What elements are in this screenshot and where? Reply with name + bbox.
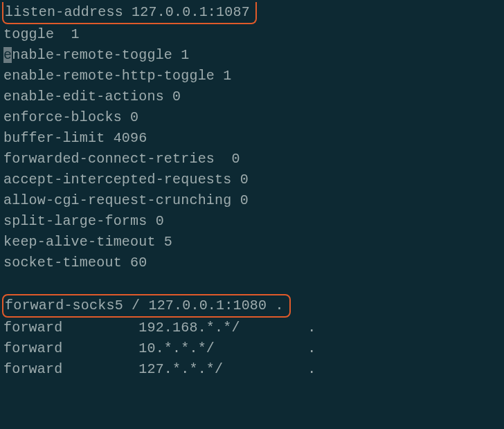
config-line-socket-timeout: socket-timeout 60 [3,253,504,273]
config-line-accept-intercepted-requests: accept-intercepted-requests 0 [3,170,504,190]
cursor-position: e [3,47,12,63]
config-line-enforce-blocks: enforce-blocks 0 [3,107,504,128]
config-line-buffer-limit: buffer-limit 4096 [3,128,504,149]
config-line-toggle: toggle 1 [3,24,504,45]
blank-line [3,273,504,294]
config-line-enable-remote-http-toggle: enable-remote-http-toggle 1 [3,66,504,86]
config-line-allow-cgi-request-crunching: allow-cgi-request-crunching 0 [3,190,504,211]
config-line-forwarded-connect-retries: forwarded-connect-retries 0 [3,149,504,170]
listen-address-highlight: listen-address 127.0.0.1:1087 [2,2,257,24]
forward-socks5-highlight: forward-socks5 / 127.0.0.1:1080 . [2,294,291,318]
config-line-forward-2: forward 10.*.*.*/ . [3,338,504,359]
config-line-enable-remote-toggle: enable-remote-toggle 1 [3,45,504,66]
config-line-keep-alive-timeout: keep-alive-timeout 5 [3,232,504,253]
enable-remote-toggle-rest: nable-remote-toggle 1 [12,47,189,63]
config-line-forward-socks5: forward-socks5 / 127.0.0.1:1080 . [3,294,504,318]
config-line-split-large-forms: split-large-forms 0 [3,211,504,232]
config-line-forward-3: forward 127.*.*.*/ . [3,359,504,380]
config-line-listen-address: listen-address 127.0.0.1:1087 [3,2,504,24]
config-line-forward-1: forward 192.168.*.*/ . [3,318,504,338]
config-line-enable-edit-actions: enable-edit-actions 0 [3,86,504,107]
